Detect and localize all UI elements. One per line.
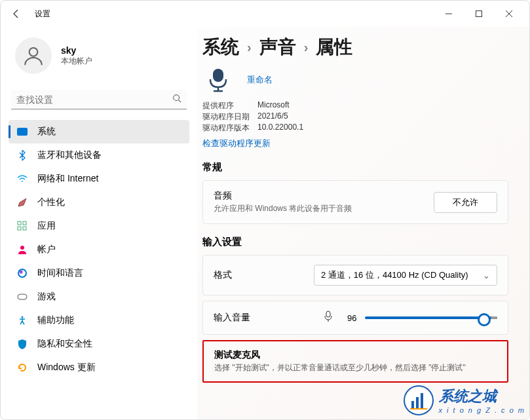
breadcrumb: 系统 › 声音 › 属性: [202, 35, 508, 60]
watermark-url: x i t o n g Z . c o m: [439, 406, 525, 414]
audio-sub: 允许应用和 Windows 将此设备用于音频: [214, 203, 434, 214]
brush-icon: [16, 197, 28, 208]
input-volume-card: 输入音量 96: [202, 301, 508, 335]
nav-label: 蓝牙和其他设备: [37, 149, 102, 161]
svg-rect-17: [326, 311, 330, 317]
nav-gaming[interactable]: 游戏: [9, 285, 189, 309]
svg-rect-9: [18, 227, 21, 230]
svg-rect-8: [23, 221, 26, 225]
microphone-icon[interactable]: [323, 311, 333, 325]
microphone-device-icon: [202, 66, 234, 94]
section-input: 输入设置: [202, 236, 508, 248]
apps-icon: [16, 220, 28, 232]
user-account[interactable]: sky 本地帐户: [9, 32, 189, 79]
driver-version-value: 10.0.22000.1: [257, 123, 303, 134]
nav-time-language[interactable]: 时间和语言: [9, 261, 189, 285]
accessibility-icon: [16, 315, 28, 326]
user-sub: 本地帐户: [61, 56, 92, 67]
watermark-logo-icon: [404, 385, 434, 415]
chevron-right-icon: ›: [304, 40, 309, 55]
nav-label: 时间和语言: [37, 267, 83, 279]
format-select[interactable]: 2 通道，16 位，44100 Hz (CD Quality) ⌄: [314, 265, 497, 286]
nav-label: 个性化: [37, 197, 65, 208]
driver-date-label: 驱动程序日期: [202, 111, 251, 123]
nav-label: Windows 更新: [37, 362, 96, 373]
test-mic-sub: 选择 "开始测试"，并以正常音量通话或至少几秒钟，然后选择 "停止测试": [214, 362, 497, 373]
svg-rect-1: [476, 11, 482, 17]
nav-windows-update[interactable]: Windows 更新: [9, 356, 189, 379]
svg-rect-14: [213, 69, 223, 82]
rename-link[interactable]: 重命名: [247, 74, 273, 86]
volume-value: 96: [341, 313, 357, 323]
minimize-button[interactable]: [434, 3, 464, 24]
svg-point-11: [20, 246, 24, 250]
check-driver-updates-link[interactable]: 检查驱动程序更新: [202, 138, 271, 149]
nav-label: 系统: [37, 126, 56, 138]
nav-label: 辅助功能: [37, 315, 74, 326]
svg-rect-21: [416, 397, 419, 409]
nav-label: 网络和 Internet: [37, 173, 98, 185]
provider-label: 提供程序: [202, 100, 251, 111]
breadcrumb-properties: 属性: [316, 35, 352, 60]
test-microphone-card: 测试麦克风 选择 "开始测试"，并以正常音量通话或至少几秒钟，然后选择 "停止测…: [202, 340, 508, 383]
breadcrumb-system[interactable]: 系统: [202, 35, 239, 60]
disallow-button[interactable]: 不允许: [434, 192, 497, 213]
nav-label: 游戏: [37, 291, 56, 303]
chevron-down-icon: ⌄: [483, 271, 490, 280]
window-title: 设置: [35, 9, 50, 20]
nav-label: 帐户: [37, 244, 56, 256]
nav-apps[interactable]: 应用: [9, 214, 189, 238]
driver-date-value: 2021/6/5: [257, 111, 288, 123]
user-name: sky: [61, 45, 92, 56]
shield-icon: [16, 338, 28, 350]
nav-accounts[interactable]: 帐户: [9, 238, 189, 261]
sidebar: sky 本地帐户 系统 蓝牙和其他设备 网络和 Internet 个性化 应用 …: [1, 27, 197, 419]
nav-label: 应用: [37, 220, 56, 232]
avatar: [15, 37, 52, 74]
watermark-text: 系统之城: [439, 387, 525, 406]
breadcrumb-sound[interactable]: 声音: [259, 35, 296, 60]
system-icon: [16, 126, 28, 138]
format-card: 格式 2 通道，16 位，44100 Hz (CD Quality) ⌄: [202, 255, 508, 296]
test-mic-title: 测试麦克风: [214, 349, 497, 361]
nav-privacy[interactable]: 隐私和安全性: [9, 332, 189, 356]
input-volume-label: 输入音量: [214, 312, 323, 324]
svg-rect-7: [18, 221, 21, 225]
gamepad-icon: [16, 291, 28, 303]
svg-rect-20: [411, 401, 414, 409]
titlebar: 设置: [1, 1, 529, 27]
nav-label: 隐私和安全性: [37, 338, 92, 350]
nav-accessibility[interactable]: 辅助功能: [9, 309, 189, 332]
nav-bluetooth[interactable]: 蓝牙和其他设备: [9, 143, 189, 167]
provider-value: Microsoft: [257, 100, 290, 111]
driver-version-label: 驱动程序版本: [202, 123, 251, 134]
volume-slider[interactable]: [365, 316, 497, 319]
search-box[interactable]: [11, 90, 187, 109]
chevron-right-icon: ›: [247, 40, 252, 55]
globe-icon: [16, 267, 28, 279]
nav-network[interactable]: 网络和 Internet: [9, 167, 189, 191]
wifi-icon: [16, 173, 28, 185]
svg-point-5: [174, 95, 180, 101]
audio-title: 音频: [214, 190, 434, 202]
nav-personalization[interactable]: 个性化: [9, 191, 189, 214]
section-general: 常规: [202, 161, 508, 174]
search-input[interactable]: [16, 94, 172, 105]
svg-rect-22: [421, 393, 423, 409]
watermark: 系统之城 x i t o n g Z . c o m: [404, 385, 525, 415]
nav-list: 系统 蓝牙和其他设备 网络和 Internet 个性化 应用 帐户 时间和语言 …: [9, 120, 189, 379]
update-icon: [16, 362, 28, 373]
svg-line-6: [179, 100, 181, 103]
maximize-button[interactable]: [464, 3, 494, 24]
nav-system[interactable]: 系统: [9, 120, 189, 143]
bluetooth-icon: [16, 149, 28, 161]
content-area: 系统 › 声音 › 属性 重命名 提供程序Microsoft 驱动程序日期202…: [197, 27, 529, 419]
svg-point-13: [22, 316, 24, 318]
svg-point-4: [29, 48, 38, 56]
search-icon: [172, 94, 181, 105]
back-button[interactable]: [6, 3, 27, 24]
svg-rect-10: [23, 227, 26, 230]
audio-card: 音频 允许应用和 Windows 将此设备用于音频 不允许: [202, 180, 508, 224]
close-button[interactable]: [494, 3, 524, 24]
format-value: 2 通道，16 位，44100 Hz (CD Quality): [321, 269, 468, 281]
